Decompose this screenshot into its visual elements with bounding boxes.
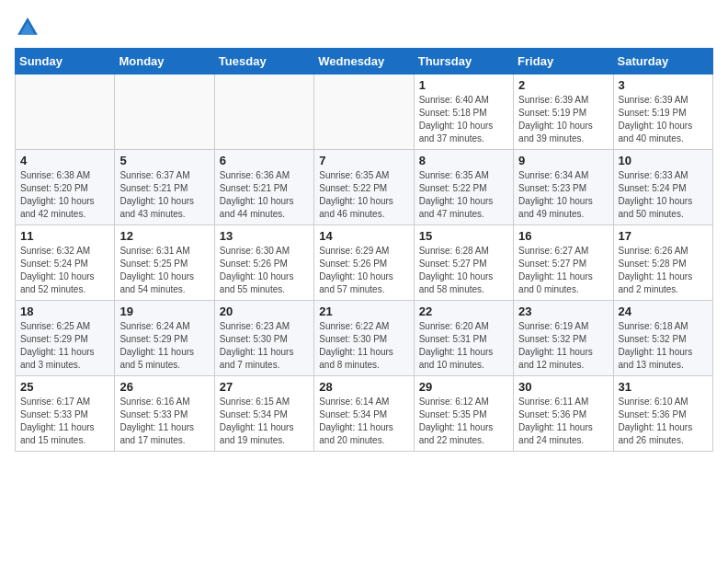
calendar-cell: 6Sunrise: 6:36 AM Sunset: 5:21 PM Daylig… xyxy=(214,150,313,225)
day-number: 11 xyxy=(20,229,109,243)
calendar-header-row: SundayMondayTuesdayWednesdayThursdayFrid… xyxy=(16,49,713,75)
cell-info: Sunrise: 6:35 AM Sunset: 5:22 PM Dayligh… xyxy=(319,169,408,221)
day-number: 17 xyxy=(619,229,708,243)
cell-info: Sunrise: 6:20 AM Sunset: 5:31 PM Dayligh… xyxy=(419,320,508,372)
cell-info: Sunrise: 6:18 AM Sunset: 5:32 PM Dayligh… xyxy=(619,320,708,372)
cell-info: Sunrise: 6:40 AM Sunset: 5:18 PM Dayligh… xyxy=(419,94,508,145)
day-header-sunday: Sunday xyxy=(16,49,115,75)
day-number: 29 xyxy=(419,380,508,394)
calendar-cell: 5Sunrise: 6:37 AM Sunset: 5:21 PM Daylig… xyxy=(115,150,214,225)
calendar-cell xyxy=(314,75,414,150)
calendar-cell: 25Sunrise: 6:17 AM Sunset: 5:33 PM Dayli… xyxy=(16,376,115,452)
day-header-wednesday: Wednesday xyxy=(314,49,414,75)
calendar-cell: 30Sunrise: 6:11 AM Sunset: 5:36 PM Dayli… xyxy=(514,376,613,452)
cell-info: Sunrise: 6:35 AM Sunset: 5:22 PM Dayligh… xyxy=(419,169,508,221)
cell-info: Sunrise: 6:30 AM Sunset: 5:26 PM Dayligh… xyxy=(220,245,309,296)
calendar-cell xyxy=(16,75,115,150)
calendar-cell: 7Sunrise: 6:35 AM Sunset: 5:22 PM Daylig… xyxy=(314,150,414,225)
day-number: 22 xyxy=(419,304,508,318)
calendar-cell: 10Sunrise: 6:33 AM Sunset: 5:24 PM Dayli… xyxy=(613,150,712,225)
calendar-cell: 18Sunrise: 6:25 AM Sunset: 5:29 PM Dayli… xyxy=(16,301,115,376)
day-number: 10 xyxy=(619,154,708,167)
cell-info: Sunrise: 6:34 AM Sunset: 5:23 PM Dayligh… xyxy=(518,169,608,221)
day-header-friday: Friday xyxy=(514,49,613,75)
day-number: 16 xyxy=(518,229,608,243)
day-header-monday: Monday xyxy=(115,49,214,75)
calendar-table: SundayMondayTuesdayWednesdayThursdayFrid… xyxy=(15,48,713,452)
calendar-cell: 20Sunrise: 6:23 AM Sunset: 5:30 PM Dayli… xyxy=(214,301,313,376)
day-number: 8 xyxy=(419,154,508,167)
cell-info: Sunrise: 6:37 AM Sunset: 5:21 PM Dayligh… xyxy=(119,169,209,221)
calendar-cell: 9Sunrise: 6:34 AM Sunset: 5:23 PM Daylig… xyxy=(514,150,613,225)
day-number: 18 xyxy=(20,304,109,318)
cell-info: Sunrise: 6:26 AM Sunset: 5:28 PM Dayligh… xyxy=(619,245,708,296)
calendar-cell: 23Sunrise: 6:19 AM Sunset: 5:32 PM Dayli… xyxy=(514,301,613,376)
cell-info: Sunrise: 6:23 AM Sunset: 5:30 PM Dayligh… xyxy=(220,320,309,372)
day-number: 20 xyxy=(220,304,309,318)
day-number: 6 xyxy=(220,154,309,167)
day-number: 2 xyxy=(518,78,608,92)
cell-info: Sunrise: 6:32 AM Sunset: 5:24 PM Dayligh… xyxy=(20,245,109,296)
calendar-week-3: 11Sunrise: 6:32 AM Sunset: 5:24 PM Dayli… xyxy=(16,225,713,301)
cell-info: Sunrise: 6:17 AM Sunset: 5:33 PM Dayligh… xyxy=(20,396,109,447)
cell-info: Sunrise: 6:11 AM Sunset: 5:36 PM Dayligh… xyxy=(518,396,608,447)
cell-info: Sunrise: 6:22 AM Sunset: 5:30 PM Dayligh… xyxy=(319,320,408,372)
calendar-cell: 2Sunrise: 6:39 AM Sunset: 5:19 PM Daylig… xyxy=(514,75,613,150)
calendar-cell: 11Sunrise: 6:32 AM Sunset: 5:24 PM Dayli… xyxy=(16,225,115,301)
calendar-cell: 22Sunrise: 6:20 AM Sunset: 5:31 PM Dayli… xyxy=(414,301,513,376)
page-header xyxy=(15,15,713,40)
calendar-cell: 16Sunrise: 6:27 AM Sunset: 5:27 PM Dayli… xyxy=(514,225,613,301)
day-number: 19 xyxy=(119,304,209,318)
day-number: 4 xyxy=(20,154,109,167)
calendar-cell: 13Sunrise: 6:30 AM Sunset: 5:26 PM Dayli… xyxy=(214,225,313,301)
day-number: 30 xyxy=(518,380,608,394)
calendar-cell: 26Sunrise: 6:16 AM Sunset: 5:33 PM Dayli… xyxy=(115,376,214,452)
cell-info: Sunrise: 6:25 AM Sunset: 5:29 PM Dayligh… xyxy=(20,320,109,372)
cell-info: Sunrise: 6:27 AM Sunset: 5:27 PM Dayligh… xyxy=(518,245,608,296)
calendar-week-2: 4Sunrise: 6:38 AM Sunset: 5:20 PM Daylig… xyxy=(16,150,713,225)
calendar-cell: 4Sunrise: 6:38 AM Sunset: 5:20 PM Daylig… xyxy=(16,150,115,225)
day-number: 7 xyxy=(319,154,408,167)
cell-info: Sunrise: 6:12 AM Sunset: 5:35 PM Dayligh… xyxy=(419,396,508,447)
cell-info: Sunrise: 6:15 AM Sunset: 5:34 PM Dayligh… xyxy=(220,396,309,447)
cell-info: Sunrise: 6:16 AM Sunset: 5:33 PM Dayligh… xyxy=(119,396,209,447)
calendar-cell: 21Sunrise: 6:22 AM Sunset: 5:30 PM Dayli… xyxy=(314,301,414,376)
cell-info: Sunrise: 6:14 AM Sunset: 5:34 PM Dayligh… xyxy=(319,396,408,447)
day-number: 15 xyxy=(419,229,508,243)
calendar-week-4: 18Sunrise: 6:25 AM Sunset: 5:29 PM Dayli… xyxy=(16,301,713,376)
calendar-cell xyxy=(115,75,214,150)
day-number: 13 xyxy=(220,229,309,243)
day-number: 24 xyxy=(619,304,708,318)
calendar-cell: 29Sunrise: 6:12 AM Sunset: 5:35 PM Dayli… xyxy=(414,376,513,452)
day-number: 1 xyxy=(419,78,508,92)
cell-info: Sunrise: 6:38 AM Sunset: 5:20 PM Dayligh… xyxy=(20,169,109,221)
day-number: 5 xyxy=(119,154,209,167)
calendar-week-5: 25Sunrise: 6:17 AM Sunset: 5:33 PM Dayli… xyxy=(16,376,713,452)
day-number: 26 xyxy=(119,380,209,394)
day-number: 9 xyxy=(518,154,608,167)
calendar-cell: 17Sunrise: 6:26 AM Sunset: 5:28 PM Dayli… xyxy=(613,225,712,301)
calendar-cell: 14Sunrise: 6:29 AM Sunset: 5:26 PM Dayli… xyxy=(314,225,414,301)
logo xyxy=(15,15,44,40)
day-number: 31 xyxy=(619,380,708,394)
calendar-cell: 12Sunrise: 6:31 AM Sunset: 5:25 PM Dayli… xyxy=(115,225,214,301)
cell-info: Sunrise: 6:10 AM Sunset: 5:36 PM Dayligh… xyxy=(619,396,708,447)
calendar-week-1: 1Sunrise: 6:40 AM Sunset: 5:18 PM Daylig… xyxy=(16,75,713,150)
calendar-cell: 24Sunrise: 6:18 AM Sunset: 5:32 PM Dayli… xyxy=(613,301,712,376)
cell-info: Sunrise: 6:36 AM Sunset: 5:21 PM Dayligh… xyxy=(220,169,309,221)
calendar-cell: 8Sunrise: 6:35 AM Sunset: 5:22 PM Daylig… xyxy=(414,150,513,225)
cell-info: Sunrise: 6:24 AM Sunset: 5:29 PM Dayligh… xyxy=(119,320,209,372)
cell-info: Sunrise: 6:39 AM Sunset: 5:19 PM Dayligh… xyxy=(619,94,708,145)
calendar-cell: 19Sunrise: 6:24 AM Sunset: 5:29 PM Dayli… xyxy=(115,301,214,376)
cell-info: Sunrise: 6:29 AM Sunset: 5:26 PM Dayligh… xyxy=(319,245,408,296)
cell-info: Sunrise: 6:19 AM Sunset: 5:32 PM Dayligh… xyxy=(518,320,608,372)
calendar-cell: 15Sunrise: 6:28 AM Sunset: 5:27 PM Dayli… xyxy=(414,225,513,301)
day-header-saturday: Saturday xyxy=(613,49,712,75)
day-number: 3 xyxy=(619,78,708,92)
day-number: 21 xyxy=(319,304,408,318)
cell-info: Sunrise: 6:28 AM Sunset: 5:27 PM Dayligh… xyxy=(419,245,508,296)
cell-info: Sunrise: 6:31 AM Sunset: 5:25 PM Dayligh… xyxy=(119,245,209,296)
logo-icon xyxy=(15,15,40,40)
cell-info: Sunrise: 6:33 AM Sunset: 5:24 PM Dayligh… xyxy=(619,169,708,221)
day-header-thursday: Thursday xyxy=(414,49,513,75)
